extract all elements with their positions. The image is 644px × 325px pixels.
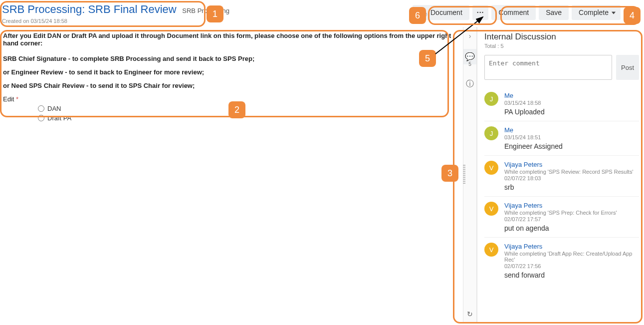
instruction-line: or Engineer Review - to send it back to … bbox=[3, 68, 458, 76]
instruction-line: After you Edit DAN or Draft PA and uploa… bbox=[3, 32, 458, 47]
instruction-line: SRB Chief Signature - to complete SRB Pr… bbox=[3, 55, 458, 62]
created-on: Created on 03/15/24 18:58 bbox=[2, 18, 413, 24]
comment-author[interactable]: Vijaya Peters bbox=[504, 202, 639, 209]
page-subtitle: SRB Processing bbox=[182, 7, 229, 14]
document-button[interactable]: Document bbox=[413, 5, 469, 20]
avatar: J bbox=[484, 92, 498, 106]
edit-radio-group: DAN Draft PA bbox=[38, 105, 458, 122]
comment-body: Vijaya PetersWhile completing 'Draft App… bbox=[504, 243, 639, 279]
comment-input[interactable] bbox=[484, 55, 612, 80]
comment-item: JMe03/15/24 18:51Engineer Assigned bbox=[484, 121, 639, 156]
comment-item: VVijaya PetersWhile completing 'SPS Revi… bbox=[484, 156, 639, 197]
comment-body: Me03/15/24 18:58PA Uploaded bbox=[504, 92, 639, 116]
discussion-panel: Internal Discussion Total : 5 Post JMe03… bbox=[477, 27, 644, 322]
comment-author[interactable]: Me bbox=[504, 92, 639, 99]
comment-time: 03/15/24 18:58 bbox=[504, 100, 639, 106]
instruction-line: or Need SPS Chair Review - to send it to… bbox=[3, 82, 458, 89]
instructions: After you Edit DAN or Draft PA and uploa… bbox=[3, 32, 458, 89]
edit-label-text: Edit bbox=[3, 95, 14, 103]
paperclip-icon bbox=[420, 8, 428, 16]
save-button[interactable]: Save bbox=[539, 5, 569, 20]
edit-field-label: Edit * bbox=[3, 95, 458, 103]
radio-input-draft-pa[interactable] bbox=[38, 115, 44, 121]
comment-context: While completing 'Draft App Rec: Create/… bbox=[504, 251, 639, 263]
comment-author[interactable]: Vijaya Peters bbox=[504, 243, 639, 250]
ellipsis-icon: ··· bbox=[477, 8, 484, 16]
avatar: V bbox=[484, 202, 498, 216]
page-title: SRB Processing: SRB Final Review bbox=[2, 3, 177, 16]
more-actions-button[interactable]: ··· bbox=[472, 5, 489, 20]
comment-compose: Post bbox=[484, 55, 639, 80]
side-rail: › 💬 5 ⓘ ↻ bbox=[463, 27, 477, 322]
close-icon[interactable]: ✕ bbox=[626, 6, 637, 19]
panel-total: Total : 5 bbox=[484, 43, 639, 49]
radio-label-draft-pa: Draft PA bbox=[47, 114, 71, 122]
comment-text: PA Uploaded bbox=[504, 108, 639, 116]
form-pane: After you Edit DAN or Draft PA and uploa… bbox=[0, 27, 463, 322]
title-block: SRB Processing: SRB Final Review SRB Pro… bbox=[2, 3, 413, 24]
complete-button-label: Complete bbox=[579, 8, 609, 16]
comment-author[interactable]: Me bbox=[504, 126, 639, 134]
comment-context: While completing 'SPS Review: Record SPS… bbox=[504, 169, 639, 175]
radio-option-dan[interactable]: DAN bbox=[38, 105, 458, 112]
resize-handle[interactable] bbox=[463, 165, 465, 185]
header: SRB Processing: SRB Final Review SRB Pro… bbox=[0, 0, 644, 27]
panel-title: Internal Discussion bbox=[484, 32, 639, 42]
header-actions: Document ··· Comment Save Complete ✕ bbox=[413, 3, 640, 20]
required-marker: * bbox=[16, 95, 18, 103]
document-button-label: Document bbox=[430, 8, 462, 16]
refresh-icon[interactable]: ↻ bbox=[467, 310, 473, 318]
avatar: J bbox=[484, 126, 498, 140]
radio-input-dan[interactable] bbox=[38, 105, 44, 112]
comment-text: srb bbox=[504, 183, 639, 191]
comment-body: Vijaya PetersWhile completing 'SPS Prep:… bbox=[504, 202, 639, 232]
comment-text: Engineer Assigned bbox=[504, 142, 639, 150]
comment-body: Vijaya PetersWhile completing 'SPS Revie… bbox=[504, 161, 639, 191]
avatar: V bbox=[484, 243, 498, 257]
radio-label-dan: DAN bbox=[47, 105, 61, 112]
rail-comment-count: 5 bbox=[463, 61, 476, 67]
complete-button[interactable]: Complete bbox=[572, 5, 621, 20]
comment-item: VVijaya PetersWhile completing 'SPS Prep… bbox=[484, 197, 639, 238]
comment-context: While completing 'SPS Prep: Check for Er… bbox=[504, 210, 639, 216]
comment-item: JMe03/15/24 18:58PA Uploaded bbox=[484, 87, 639, 121]
main: After you Edit DAN or Draft PA and uploa… bbox=[0, 27, 644, 322]
comment-author[interactable]: Vijaya Peters bbox=[504, 161, 639, 168]
comment-time: 03/15/24 18:51 bbox=[504, 134, 639, 140]
comments-list: JMe03/15/24 18:58PA UploadedJMe03/15/24 … bbox=[484, 87, 639, 284]
comment-time: 02/07/22 17:57 bbox=[504, 216, 639, 222]
rail-comments-tab[interactable]: 💬 5 bbox=[463, 49, 476, 67]
comment-time: 02/07/22 18:03 bbox=[504, 175, 639, 181]
comment-button[interactable]: Comment bbox=[491, 5, 536, 20]
comment-item: VVijaya PetersWhile completing 'Draft Ap… bbox=[484, 238, 639, 284]
radio-option-draft-pa[interactable]: Draft PA bbox=[38, 114, 458, 122]
comment-time: 02/07/22 17:56 bbox=[504, 263, 639, 269]
comment-text: send forward bbox=[504, 271, 639, 279]
avatar: V bbox=[484, 161, 498, 175]
info-tab-icon[interactable]: ⓘ bbox=[463, 76, 476, 92]
post-button[interactable]: Post bbox=[616, 55, 639, 80]
comment-text: put on agenda bbox=[504, 224, 639, 232]
collapse-panel-icon[interactable]: › bbox=[469, 32, 471, 40]
comment-body: Me03/15/24 18:51Engineer Assigned bbox=[504, 126, 639, 150]
